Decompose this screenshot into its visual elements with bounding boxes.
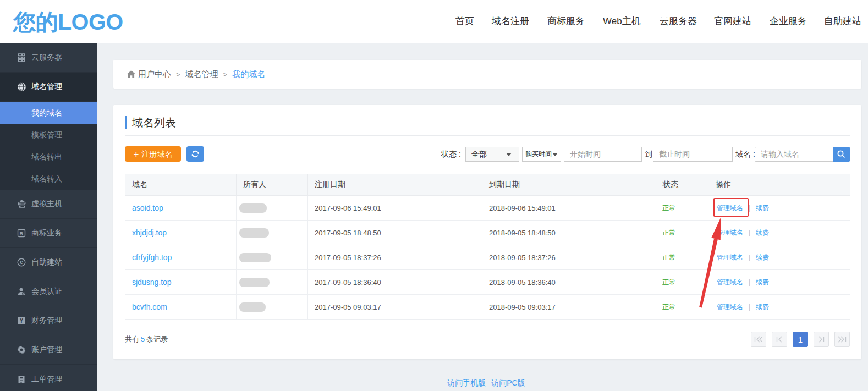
svg-text:R: R: [20, 230, 24, 236]
svg-text:¥: ¥: [20, 317, 23, 324]
svg-text:e: e: [20, 259, 23, 265]
